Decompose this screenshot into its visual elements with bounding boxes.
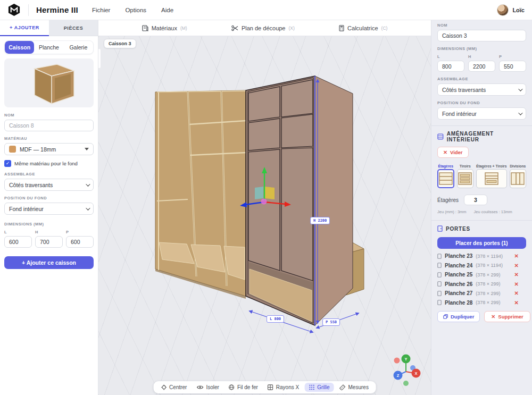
rp-dim-p-label: P <box>499 54 526 59</box>
viewport-column: Matériaux (M) Plan de découpe (X) <box>98 20 431 395</box>
grid-dots-icon <box>309 384 314 390</box>
remove-porte-icon[interactable]: ✕ <box>514 281 526 287</box>
layout-card-tiroirs[interactable]: Tiroirs <box>457 164 474 188</box>
segment-caisson[interactable]: Caisson <box>5 41 34 54</box>
3d-viewport[interactable]: Caisson 3 <box>98 36 431 395</box>
vider-button[interactable]: ✕ Vider <box>437 147 469 158</box>
wireframe-globe-icon <box>229 384 235 390</box>
etageres-count-input[interactable] <box>464 195 487 205</box>
tab-pieces[interactable]: PIÈCES <box>49 20 98 36</box>
layout-card-divisions[interactable]: Divisions <box>510 164 527 188</box>
nom-input[interactable] <box>4 120 94 131</box>
plank-icon <box>437 300 442 305</box>
isoler-label: Isoler <box>206 384 219 390</box>
porte-list-item[interactable]: Planche 28 (378 × 299) ✕ <box>437 299 526 307</box>
calculator-icon <box>339 25 344 31</box>
meme-materiau-checkbox[interactable]: ✓ <box>4 160 11 167</box>
type-segmented-control: Caisson Planche Galerie <box>4 40 94 54</box>
caisson-preview-box <box>14 60 84 106</box>
plank-icon <box>437 263 442 268</box>
porte-list-item[interactable]: Planche 26 (378 × 299) ✕ <box>437 280 526 289</box>
copy-icon <box>443 314 448 319</box>
vider-label: Vider <box>450 149 463 155</box>
caisson-3d-preview[interactable] <box>4 58 94 107</box>
rayons-x-label: Rayons X <box>276 384 299 390</box>
rp-fond-select[interactable]: Fond intérieur <box>437 107 526 120</box>
avatar[interactable] <box>497 4 509 16</box>
isoler-button[interactable]: Isoler <box>192 383 223 392</box>
assemblage-select[interactable]: Côtés traversants <box>4 179 94 191</box>
scissors-icon <box>231 25 238 31</box>
dim-pill-l: L 800 <box>267 315 284 323</box>
materiaux-button[interactable]: Matériaux (M) <box>142 25 187 31</box>
porte-list-item[interactable]: Planche 23 (378 × 1194) ✕ <box>437 252 526 260</box>
porte-list-item[interactable]: Planche 24 (378 × 1194) ✕ <box>437 262 526 270</box>
fil-de-fer-button[interactable]: Fil de fer <box>225 383 262 392</box>
shelves-icon <box>439 172 453 185</box>
materiaux-icon <box>142 25 148 31</box>
materiau-select[interactable]: MDF — 18mm <box>4 143 94 155</box>
remove-porte-icon[interactable]: ✕ <box>514 300 526 306</box>
centrer-button[interactable]: Centrer <box>156 383 191 392</box>
left-sidebar: + AJOUTER PIÈCES Caisson Planche Galerie… <box>0 20 98 395</box>
menu-options[interactable]: Options <box>125 7 146 13</box>
dim-p-input[interactable] <box>66 236 94 248</box>
axes-gizmo[interactable]: Y Z X <box>394 355 421 386</box>
remove-porte-icon[interactable]: ✕ <box>514 253 526 259</box>
plan-decoupe-button[interactable]: Plan de découpe (X) <box>231 25 295 31</box>
dim-p-label: P <box>66 230 94 234</box>
dupliquer-button[interactable]: Dupliquer <box>437 311 480 322</box>
chevron-down-icon <box>518 87 522 91</box>
grille-button[interactable]: Grille <box>304 383 334 392</box>
porte-list-item[interactable]: Planche 25 (378 × 299) ✕ <box>437 271 526 279</box>
position-fond-select[interactable]: Fond intérieur <box>4 203 94 215</box>
rp-fond-label: POSITION DU FOND <box>437 100 526 105</box>
remove-porte-icon[interactable]: ✕ <box>514 272 526 278</box>
rayons-x-button[interactable]: Rayons X <box>263 383 303 392</box>
layout-card-etageres[interactable]: Étagères <box>437 164 454 188</box>
rp-dim-l-input[interactable] <box>437 61 464 72</box>
segment-planche[interactable]: Planche <box>34 41 63 54</box>
ajouter-caisson-button[interactable]: + Ajouter ce caisson <box>4 256 94 269</box>
rp-dim-p-input[interactable] <box>499 61 526 72</box>
portes-list: Planche 23 (378 × 1194) ✕ Planche 24 (37… <box>437 252 526 307</box>
assemblage-label: ASSEMBLAGE <box>4 172 94 177</box>
supprimer-label: Supprimer <box>498 314 523 320</box>
materiaux-label: Matériaux <box>152 25 177 31</box>
dupliquer-label: Dupliquer <box>451 314 474 320</box>
dim-pill-h: H 2200 <box>310 217 330 224</box>
xray-grid-icon <box>268 384 273 390</box>
dim-l-input[interactable] <box>4 236 32 248</box>
supprimer-button[interactable]: ✕ Supprimer <box>484 311 530 322</box>
materiau-label: MATÉRIAU <box>4 136 94 141</box>
calculatrice-button[interactable]: Calculatrice (C) <box>339 25 387 31</box>
rp-nom-label: NOM <box>437 23 526 28</box>
portes-icon <box>437 225 443 232</box>
remove-porte-icon[interactable]: ✕ <box>514 290 526 296</box>
segment-galerie[interactable]: Galerie <box>64 41 93 54</box>
topbar: Hermine III Fichier Options Aide Loïc <box>0 0 532 20</box>
remove-porte-icon[interactable]: ✕ <box>514 263 526 268</box>
position-fond-value: Fond intérieur <box>9 206 44 212</box>
dropdown-arrow-icon <box>85 148 89 150</box>
amenagement-section-title: AMÉNAGEMENT INTÉRIEUR <box>447 131 526 142</box>
placer-portes-button[interactable]: Placer des portes (1) <box>437 237 526 249</box>
porte-list-item[interactable]: Planche 27 (378 × 299) ✕ <box>437 289 526 298</box>
center-target-icon <box>161 384 167 390</box>
layout-card-etageres-tiroirs[interactable]: Étagères + Tiroirs <box>476 164 507 188</box>
plank-icon <box>437 254 442 259</box>
tab-ajouter[interactable]: + AJOUTER <box>0 20 49 36</box>
tan-cabinet-3d[interactable] <box>155 90 246 299</box>
etageres-count-label: Étagères <box>437 197 459 203</box>
menu-aide[interactable]: Aide <box>161 7 173 13</box>
dim-l-label: L <box>4 230 32 234</box>
chevron-down-icon <box>86 182 90 186</box>
rp-nom-input[interactable] <box>437 30 526 41</box>
rp-dim-h-input[interactable] <box>468 61 495 72</box>
dim-h-input[interactable] <box>35 236 63 248</box>
viewport-bottom-toolbar: Centrer Isoler Fil de fer <box>153 381 376 393</box>
mesures-button[interactable]: Mesures <box>335 383 373 392</box>
rp-assemblage-select[interactable]: Côtés traversants <box>437 83 526 96</box>
menu-fichier[interactable]: Fichier <box>92 7 111 13</box>
app-logo-icon <box>7 3 21 16</box>
